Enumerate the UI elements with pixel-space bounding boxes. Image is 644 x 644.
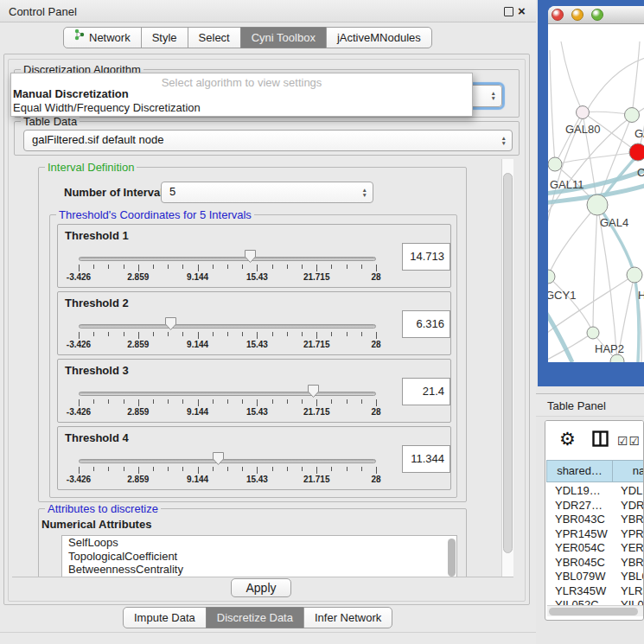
- node-label: H: [638, 289, 644, 302]
- tick-mark: [138, 467, 139, 474]
- column-header-shared-name[interactable]: shared…: [546, 460, 613, 482]
- tick-mark: [213, 399, 214, 404]
- tick-mark: [227, 467, 228, 471]
- number-of-intervals-combo[interactable]: 5 ▲▼: [161, 182, 373, 203]
- zoom-traffic-light[interactable]: [591, 9, 603, 21]
- tick-mark: [198, 467, 199, 474]
- tick-mark: [331, 332, 332, 336]
- tab-jactivemnodules[interactable]: jActiveMNodules: [326, 27, 432, 48]
- network-node[interactable]: [548, 157, 562, 171]
- tab-network[interactable]: Network: [63, 27, 142, 48]
- minimize-traffic-light[interactable]: [571, 9, 583, 21]
- table-row[interactable]: YER054CYER0: [547, 541, 644, 556]
- tab-label: jActiveMNodules: [337, 28, 421, 48]
- tick-mark: [361, 265, 362, 269]
- slider-track[interactable]: [79, 392, 376, 396]
- attribute-list-item[interactable]: SelfLoops: [62, 536, 456, 550]
- settings-scrollbar[interactable]: [501, 159, 513, 577]
- network-node[interactable]: [577, 106, 590, 119]
- threshold-value-field[interactable]: 14.713: [402, 243, 450, 271]
- table-panel-titlebar: Table Panel: [536, 393, 644, 417]
- table-horizontal-scrollbar-thumb[interactable]: [549, 608, 638, 615]
- slider-thumb[interactable]: [307, 384, 320, 399]
- threshold-label: Threshold 3: [65, 364, 129, 377]
- select-columns-icon[interactable]: ☑☑: [617, 434, 641, 448]
- table-horizontal-scrollbar[interactable]: [547, 605, 643, 616]
- top-tab-bar: NetworkStyleSelectCyni ToolboxjActiveMNo…: [64, 27, 432, 48]
- tick-mark: [287, 265, 288, 269]
- network-node[interactable]: [629, 143, 644, 161]
- float-window-icon[interactable]: [504, 7, 513, 16]
- network-node[interactable]: [627, 267, 642, 283]
- table-row[interactable]: YBR043CYBR0: [547, 513, 644, 527]
- attributes-list-scrollbar[interactable]: [448, 539, 456, 577]
- tick-mark: [93, 467, 94, 471]
- network-node[interactable]: [587, 194, 608, 215]
- close-traffic-light[interactable]: [552, 9, 564, 21]
- apply-button[interactable]: Apply: [231, 578, 291, 597]
- tick-mark: [316, 265, 317, 271]
- network-canvas[interactable]: GAL80GACGAL11GAL4GCY1HHAP2: [548, 24, 644, 362]
- slider-track[interactable]: [79, 257, 376, 261]
- attributes-group: Attributes to discretize Numerical Attri…: [38, 508, 467, 577]
- tick-mark: [213, 265, 214, 269]
- numerical-attributes-list[interactable]: SelfLoopsTopologicalCoefficientBetweenne…: [61, 535, 457, 577]
- cell-shared-name: YBR045C: [555, 556, 613, 569]
- bottom-divider: [0, 632, 536, 633]
- tick-label: 28: [350, 475, 402, 484]
- network-node[interactable]: [548, 270, 555, 284]
- cell-name: YDR2: [621, 499, 644, 512]
- tick-mark: [272, 399, 273, 404]
- network-node[interactable]: [587, 327, 599, 339]
- attribute-list-item[interactable]: BetweennessCentrality: [62, 563, 456, 577]
- table-row[interactable]: YPR145WYPR1: [547, 527, 644, 542]
- slider-track[interactable]: [79, 324, 376, 328]
- cell-shared-name: YER054C: [555, 541, 613, 554]
- network-graph[interactable]: GAL80GACGAL11GAL4GCY1HHAP2: [548, 24, 644, 362]
- tick-label: 28: [350, 407, 402, 417]
- table-data-combo[interactable]: galFiltered.sif default node ▲▼: [23, 130, 513, 151]
- tab-select[interactable]: Select: [188, 27, 241, 48]
- slider-thumb[interactable]: [212, 451, 225, 466]
- split-columns-icon[interactable]: [592, 430, 609, 450]
- slider-track[interactable]: [79, 459, 376, 463]
- tab-infer-network[interactable]: Infer Network: [303, 607, 392, 628]
- cell-shared-name: YDL19…: [555, 484, 613, 497]
- gear-icon[interactable]: ⚙: [559, 429, 576, 450]
- table-row[interactable]: YLR345WYLR3: [547, 584, 644, 599]
- tick-mark: [124, 332, 124, 336]
- tick-mark: [242, 399, 243, 404]
- close-icon[interactable]: ×: [518, 3, 526, 18]
- tab-discretize-data[interactable]: Discretize Data: [206, 607, 304, 628]
- slider-thumb[interactable]: [244, 249, 257, 264]
- tab-cyni-toolbox[interactable]: Cyni Toolbox: [240, 27, 327, 48]
- algorithm-option[interactable]: Equal Width/Frequency Discretization: [13, 101, 201, 114]
- network-node[interactable]: [625, 108, 640, 123]
- table-row[interactable]: YBL079WYBL0: [547, 570, 644, 584]
- threshold-value-field[interactable]: 11.344: [402, 445, 450, 473]
- threshold-value-field[interactable]: 6.316: [402, 310, 450, 338]
- settings-scrollbar-thumb[interactable]: [503, 173, 513, 553]
- tab-impute-data[interactable]: Impute Data: [123, 607, 207, 628]
- tick-label: 15.43: [231, 340, 283, 349]
- tick-label: 15.43: [231, 272, 283, 282]
- attribute-list-item[interactable]: TopologicalCoefficient: [62, 550, 456, 564]
- node-label: GCY1: [548, 289, 576, 302]
- table-panel-title: Table Panel: [547, 399, 606, 412]
- table-row[interactable]: YDL19…YDL1: [547, 484, 644, 499]
- network-window-titlebar[interactable]: [548, 6, 644, 24]
- cell-name: YLR3: [621, 584, 644, 597]
- tick-mark: [316, 399, 317, 406]
- table-row[interactable]: YDR27…YDR2: [547, 499, 644, 513]
- table-data-value: galFiltered.sif default node: [32, 133, 163, 146]
- threshold-value-field[interactable]: 21.4: [402, 378, 450, 405]
- tick-mark: [168, 467, 169, 471]
- table-row[interactable]: YBR045CYBR0: [547, 556, 644, 571]
- algorithm-dropdown-popup: Select algorithm to view settings Manual…: [10, 73, 473, 117]
- column-header-name[interactable]: na: [612, 460, 644, 482]
- network-edge: [555, 112, 583, 164]
- table-row[interactable]: YIL052CYIL0: [547, 598, 644, 605]
- tab-style[interactable]: Style: [141, 27, 188, 48]
- algorithm-option[interactable]: Manual Discretization: [13, 87, 129, 100]
- slider-thumb[interactable]: [164, 316, 177, 331]
